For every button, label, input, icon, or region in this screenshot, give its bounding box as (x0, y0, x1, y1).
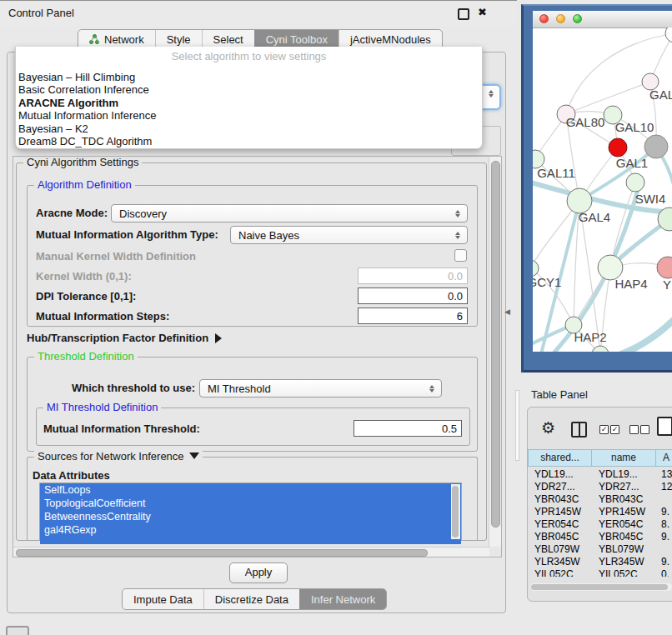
node-swi4[interactable] (626, 173, 644, 192)
node-label: GAL11 (537, 166, 575, 180)
algorithm-dropdown-popup: Select algorithm to view settings Bayesi… (15, 47, 483, 149)
node-salmon[interactable] (657, 257, 672, 278)
list-item[interactable]: TopologicalCoefficient (40, 497, 461, 510)
table-settings-gear-icon[interactable]: ⚙ (541, 418, 555, 438)
horizontal-scrollbar[interactable] (13, 547, 489, 557)
node[interactable] (592, 346, 609, 352)
close-panel-icon[interactable]: ✖ (478, 6, 487, 18)
list-item[interactable]: SelfLoops (40, 483, 461, 497)
mi-steps-field[interactable]: 6 (358, 308, 468, 324)
algorithm-option[interactable]: Mutual Information Inference (18, 109, 156, 122)
node-label: GCY1 (533, 275, 561, 289)
kernel-width-field: 0.0 (358, 268, 468, 284)
node[interactable] (665, 28, 672, 42)
table-row[interactable]: YBR045CYBR045C9. (528, 531, 672, 543)
algorithm-option[interactable]: Bayesian – K2 (18, 122, 156, 135)
expanded-arrow-icon (189, 452, 199, 459)
sources-group: Sources for Network Inference Data Attri… (27, 457, 478, 540)
export-table-icon[interactable] (657, 417, 672, 436)
select-all-check-icon[interactable]: ✓ (610, 425, 619, 434)
column-layout-icon[interactable] (571, 422, 587, 438)
table-row[interactable]: YBR043CYBR043C (528, 493, 672, 506)
table-panel-title: Table Panel (531, 388, 588, 401)
mi-threshold-label: Mutual Information Threshold: (43, 422, 200, 435)
node-label: GAL80 (566, 115, 605, 129)
list-scrollbar-thumb[interactable] (452, 486, 459, 538)
zoom-traffic-light-icon[interactable] (573, 14, 582, 23)
network-graph-icon (89, 34, 100, 45)
table-row[interactable]: YBL079WYBL079W (528, 543, 672, 556)
table-row[interactable]: YDR27...YDR27...12 (528, 481, 672, 493)
list-item[interactable]: gal4RGexp (40, 523, 461, 537)
manual-kernel-width-label: Manual Kernel Width Definition (36, 250, 196, 262)
dpi-tolerance-field[interactable]: 0.0 (358, 288, 468, 304)
column-header-name[interactable]: name (592, 449, 656, 467)
which-threshold-combo[interactable]: MI Threshold (199, 379, 442, 398)
group-title: Threshold Definition (34, 351, 138, 362)
bottom-left-button-stub[interactable] (6, 626, 29, 635)
deselect-all-icon[interactable] (640, 425, 649, 434)
horizontal-scrollbar-thumb[interactable] (16, 549, 428, 557)
algorithm-option[interactable]: Basic Correlation Inference (18, 83, 156, 96)
sources-title[interactable]: Sources for Network Inference (38, 450, 184, 462)
vertical-scrollbar-thumb[interactable] (491, 161, 500, 528)
algorithm-option[interactable]: Dream8 DC_TDC Algorithm (18, 135, 156, 148)
close-traffic-light-icon[interactable] (539, 14, 549, 23)
control-panel-title: Control Panel (8, 7, 74, 19)
minimize-traffic-light-icon[interactable] (556, 14, 565, 23)
algorithm-option[interactable]: Bayesian – Hill Climbing (18, 71, 156, 83)
select-all-check-icon[interactable]: ✓ (599, 425, 609, 434)
group-title: Cyni Algorithm Settings (23, 157, 142, 168)
column-header-partial[interactable]: A (656, 449, 672, 467)
control-panel-titlebar: Control Panel ✖ (0, 0, 517, 26)
splitter-collapse-arrow-icon[interactable]: ◀ (504, 308, 510, 316)
mi-steps-label: Mutual Information Steps: (36, 310, 169, 322)
cyni-bottom-tabbar: Impute Data Discretize Data Infer Networ… (122, 588, 387, 610)
table-row[interactable]: YLR345WYLR345W9. (528, 556, 672, 568)
mi-algorithm-type-combo[interactable]: Naive Bayes (230, 226, 468, 244)
table-row[interactable]: YER054CYER054C8. (528, 518, 672, 531)
list-scrollbar[interactable] (451, 484, 460, 539)
group-title: Algorithm Definition (34, 179, 135, 191)
data-attributes-list[interactable]: SelfLoops TopologicalCoefficient Between… (39, 482, 462, 540)
combo-spinner-icon (451, 232, 464, 239)
aracne-mode-combo[interactable]: Discovery (111, 204, 468, 222)
vertical-scrollbar[interactable] (489, 157, 501, 547)
table-row-partial[interactable]: YIL052CYIL052C0. (528, 568, 672, 577)
column-header-shared-name[interactable]: shared... (528, 449, 592, 467)
combo-spinner-icon (484, 90, 498, 98)
tab-discretize-data[interactable]: Discretize Data (203, 589, 299, 609)
mi-threshold-field[interactable]: 0.5 (354, 420, 462, 437)
manual-kernel-width-checkbox[interactable] (454, 249, 467, 262)
deselect-all-icon[interactable] (629, 425, 639, 434)
threshold-definition-group: Threshold Definition Which threshold to … (27, 357, 478, 452)
network-window-titlebar[interactable] (533, 11, 672, 28)
cyni-algorithm-settings-group: Cyni Algorithm Settings Algorithm Defini… (16, 162, 487, 541)
float-panel-icon[interactable] (458, 8, 469, 20)
tab-infer-network[interactable]: Infer Network (299, 589, 386, 609)
node-label: SWI4 (635, 192, 666, 206)
table-scrollbar-thumb[interactable] (531, 584, 668, 590)
node-label: GAL (649, 88, 672, 102)
network-canvas[interactable]: GAL GAL80 GAL10 GAL1 GAL11 SWI4 GAL4 GCY… (533, 28, 672, 352)
group-title: Sources for Network Inference (34, 451, 203, 462)
hub-definition-toggle[interactable]: Hub/Transcription Factor Definition (27, 332, 222, 344)
algorithm-option-selected[interactable]: ARACNE Algorithm (18, 97, 156, 109)
which-threshold-label: Which threshold to use: (72, 382, 195, 394)
node-label: GAL1 (616, 156, 648, 170)
dpi-tolerance-label: DPI Tolerance [0,1]: (36, 290, 136, 302)
table-row[interactable]: YDL19...YDL19...13 (528, 468, 672, 481)
table-row[interactable]: YPR145WYPR145W9. (528, 506, 672, 518)
dropdown-prompt: Select algorithm to view settings (16, 47, 482, 62)
node-gray[interactable] (644, 135, 668, 158)
algorithm-definition-group: Algorithm Definition Aracne Mode: Discov… (27, 185, 478, 327)
tab-impute-data[interactable]: Impute Data (123, 589, 203, 609)
node-gal1-selected[interactable] (609, 138, 627, 157)
node-label: GAL4 (579, 210, 610, 224)
node-label: HAP2 (574, 330, 606, 344)
panel-splitter[interactable] (515, 390, 519, 461)
apply-button[interactable]: Apply (229, 562, 288, 583)
table-horizontal-scrollbar[interactable] (530, 583, 672, 591)
list-item[interactable]: BetweennessCentrality (40, 510, 461, 523)
data-attributes-label: Data Attributes (33, 469, 110, 482)
